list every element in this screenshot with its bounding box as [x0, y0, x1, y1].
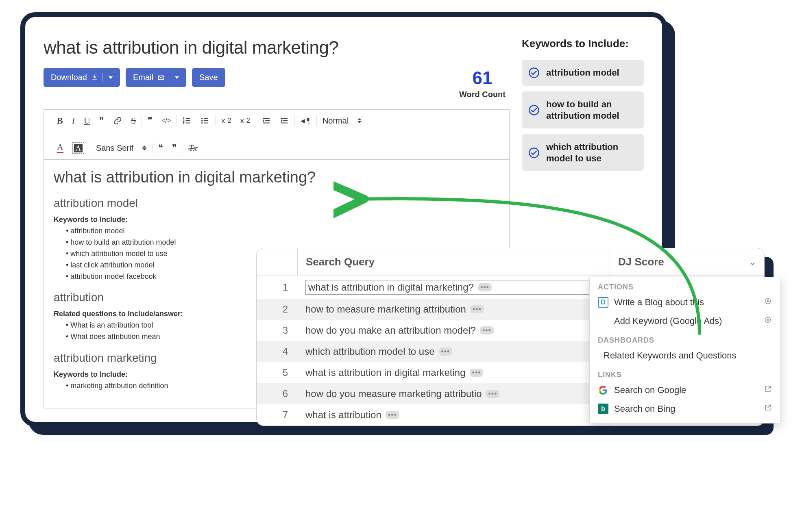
more-icon[interactable]: ••• [486, 390, 500, 398]
link-search-google[interactable]: Search on Google [590, 381, 780, 400]
action-write-blog[interactable]: D Write a Blog about this [590, 293, 780, 312]
editor-h1: what is attribution in digital marketing… [54, 169, 499, 186]
text-direction-button[interactable]: ◀¶ [301, 115, 311, 126]
blockquote-button[interactable]: ❞ [99, 115, 104, 126]
demandjump-icon: D [598, 297, 608, 308]
row-query-cell: how do you make an attribution model?••• [297, 321, 610, 340]
row-number: 6 [257, 383, 297, 404]
superscript-button[interactable]: x2 [240, 116, 250, 125]
external-link-icon [764, 385, 772, 395]
google-icon [598, 385, 608, 395]
svg-point-4 [202, 118, 203, 119]
more-icon[interactable]: ••• [480, 326, 494, 334]
ordered-list-icon: 123 [183, 116, 192, 125]
action-related-keywords[interactable]: Related Keywords and Questions [590, 346, 780, 365]
download-label: Download [51, 73, 87, 82]
italic-button[interactable]: I [72, 115, 75, 126]
email-icon [157, 74, 165, 81]
search-query-panel: Search Query DJ Score ⌄ 1what is attribu… [256, 248, 765, 426]
download-button[interactable]: Download [44, 68, 120, 87]
format-select[interactable]: Normal [323, 116, 349, 126]
link-icon [113, 116, 122, 125]
unordered-list-button[interactable] [200, 116, 209, 125]
font-color-button[interactable]: A [57, 143, 63, 153]
row-number: 2 [257, 299, 297, 320]
svg-point-9 [529, 148, 538, 157]
row-number: 1 [257, 276, 297, 299]
svg-point-13 [767, 319, 768, 320]
row-query-text: what is attribution in digital marketing [305, 367, 466, 378]
button-separator [169, 73, 169, 82]
external-link-icon [764, 404, 772, 414]
keyword-text: how to build an attribution model [546, 99, 637, 121]
font-family-select[interactable]: Sans Serif [96, 143, 133, 153]
popover-section-actions: ACTIONS [590, 277, 780, 293]
svg-point-8 [529, 105, 538, 115]
row-query-cell: how to measure marketing attribution••• [297, 300, 610, 319]
chevron-down-icon: ⌄ [749, 257, 756, 267]
check-circle-icon [528, 104, 540, 116]
action-add-keyword[interactable]: Add Keyword (Google Ads) [590, 312, 780, 330]
more-icon[interactable]: ••• [470, 305, 484, 313]
unordered-list-icon [200, 116, 209, 125]
button-separator [102, 73, 103, 82]
row-number: 4 [257, 341, 297, 362]
keywords-title: Keywords to Include: [522, 37, 644, 50]
action-toolbar: Download Email Save 61 Word Count [44, 68, 510, 99]
svg-point-7 [529, 68, 538, 77]
row-query-text: what is attribution in digital marketing… [308, 282, 474, 293]
row-query-text: what is attribution [305, 409, 381, 421]
word-count-block: 61 Word Count [459, 68, 510, 99]
row-query-cell: what is attribution••• [297, 405, 610, 425]
strikethrough-button[interactable]: S [131, 115, 136, 126]
svg-point-6 [202, 122, 203, 124]
more-icon[interactable]: ••• [439, 347, 453, 356]
page-title: what is attribution in digital marketing… [44, 37, 510, 58]
subscript-button[interactable]: x2 [221, 116, 231, 125]
email-button[interactable]: Email [126, 68, 186, 87]
editor-toolbar: B I U ❞ S ❞ </> 123 [44, 110, 509, 160]
bing-icon: b [598, 404, 608, 414]
more-icon[interactable]: ••• [478, 283, 492, 291]
indent-button[interactable] [280, 116, 289, 125]
row-query-cell: how do you measure marketing attributio•… [297, 384, 610, 404]
header-dj-score[interactable]: DJ Score ⌄ [610, 248, 764, 276]
word-count-value: 61 [459, 68, 506, 88]
link-button[interactable] [113, 116, 122, 125]
row-query-cell: what is attribution in digital marketing… [297, 276, 610, 299]
target-icon [764, 316, 772, 326]
more-icon[interactable]: ••• [386, 411, 399, 419]
row-context-menu: ACTIONS D Write a Blog about this Add Ke… [589, 277, 780, 423]
row-query-text: which attribution model to use [305, 346, 435, 357]
save-button[interactable]: Save [192, 68, 225, 87]
row-query-cell: what is attribution in digital marketing… [297, 363, 610, 382]
keyword-card[interactable]: how to build an attribution model [522, 91, 644, 128]
close-quote-button[interactable]: ❞ [172, 143, 177, 153]
caret-down-icon [175, 76, 179, 79]
open-quote-button[interactable]: ❝ [158, 143, 163, 153]
outdent-button[interactable] [262, 116, 271, 125]
keyword-card[interactable]: attribution model [522, 60, 644, 86]
clear-formatting-button[interactable]: Tx [189, 143, 197, 153]
table-header: Search Query DJ Score ⌄ [257, 248, 764, 276]
bold-button[interactable]: B [57, 115, 63, 126]
link-search-bing[interactable]: b Search on Bing [590, 400, 780, 418]
background-color-button[interactable]: A [72, 142, 84, 154]
row-query-text: how do you measure marketing attributio [305, 388, 482, 400]
svg-point-5 [202, 120, 203, 122]
keyword-text: attribution model [546, 67, 619, 78]
row-query-text: how to measure marketing attribution [305, 304, 466, 315]
keyword-card[interactable]: which attribution model to use [522, 134, 644, 171]
more-icon[interactable]: ••• [470, 369, 484, 377]
row-number: 7 [257, 404, 297, 426]
download-icon [91, 74, 98, 81]
editor-list-item: attribution model [66, 226, 499, 237]
code-block-button[interactable]: </> [161, 117, 171, 124]
underline-button[interactable]: U [84, 115, 90, 126]
editor-subheading: Keywords to Include: [54, 215, 499, 224]
ordered-list-button[interactable]: 123 [183, 116, 192, 125]
header-search-query[interactable]: Search Query [297, 248, 610, 276]
row-query-text: how do you make an attribution model? [305, 325, 476, 336]
quote-button[interactable]: ❞ [148, 115, 153, 126]
outdent-icon [262, 116, 271, 125]
